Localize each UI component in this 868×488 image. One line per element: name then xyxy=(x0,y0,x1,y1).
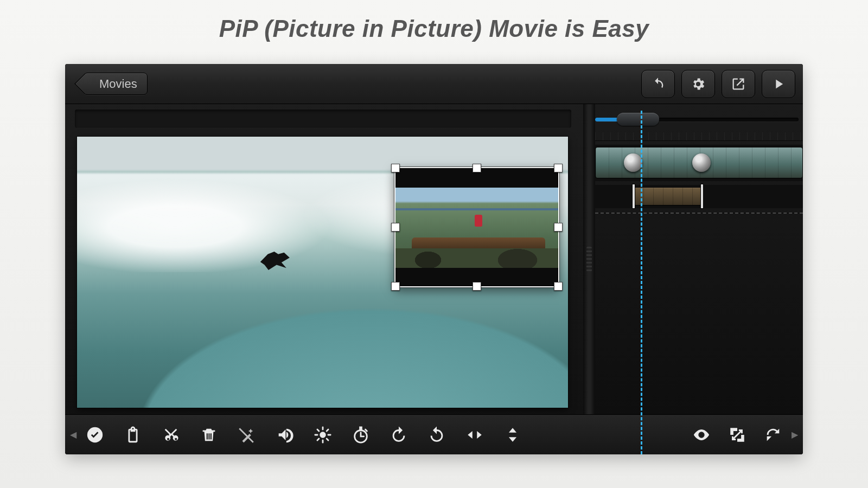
trash-icon xyxy=(200,426,218,444)
settings-button[interactable] xyxy=(681,70,715,98)
pane-divider[interactable] xyxy=(583,104,595,414)
toolbar-pager-right[interactable]: ▶ xyxy=(791,420,799,450)
back-button-label: Movies xyxy=(99,77,137,91)
pip-overlay[interactable] xyxy=(394,167,559,287)
pip-handle-top-middle[interactable] xyxy=(473,164,481,172)
pip-rocks xyxy=(395,248,558,268)
flip-vertical-icon xyxy=(503,426,522,444)
flip-vertical-button[interactable] xyxy=(495,420,531,450)
fit-button[interactable] xyxy=(719,420,755,450)
cut-button[interactable] xyxy=(153,420,189,450)
clip-trim-right[interactable] xyxy=(701,184,703,208)
pip-handle-middle-right[interactable] xyxy=(554,223,563,232)
zoom-thumb[interactable] xyxy=(617,113,659,126)
speed-button[interactable] xyxy=(343,420,379,450)
play-button[interactable] xyxy=(762,70,795,98)
expand-icon xyxy=(728,426,746,444)
rotate-right-button[interactable] xyxy=(381,420,417,450)
bottom-toolbar: ◀ xyxy=(65,414,803,454)
refresh-button[interactable] xyxy=(755,420,791,450)
eye-icon xyxy=(692,426,711,444)
pip-handle-top-right[interactable] xyxy=(554,164,563,172)
pip-handle-bottom-right[interactable] xyxy=(554,282,563,291)
track-empty-divider xyxy=(595,213,803,214)
preview-header-inset xyxy=(75,110,571,128)
pip-horizon xyxy=(395,208,558,210)
accept-button[interactable] xyxy=(77,420,113,450)
page-title: PiP (Picture in Picture) Movie is Easy xyxy=(0,15,868,42)
sun-icon xyxy=(314,426,332,444)
track-video-main[interactable] xyxy=(595,144,803,181)
flip-horizontal-button[interactable] xyxy=(457,420,493,450)
stopwatch-icon xyxy=(352,426,370,444)
video-preview[interactable] xyxy=(77,137,568,408)
refresh-icon xyxy=(764,426,782,444)
time-ruler[interactable] xyxy=(595,132,803,141)
pip-handle-bottom-middle[interactable] xyxy=(473,282,481,291)
clipboard-icon xyxy=(124,426,142,444)
rotate-left-icon xyxy=(427,426,446,444)
video-editor-window: Movies xyxy=(65,64,803,454)
pip-person xyxy=(475,215,482,227)
clip-pip[interactable] xyxy=(633,187,703,206)
clip-main[interactable] xyxy=(595,147,803,178)
toolbar-pager-left[interactable]: ◀ xyxy=(69,420,77,450)
editor-main xyxy=(65,104,803,414)
delete-button[interactable] xyxy=(191,420,227,450)
track-pip-overlay[interactable] xyxy=(595,184,803,208)
svg-point-3 xyxy=(700,433,703,436)
timeline-pane xyxy=(595,104,803,414)
gear-icon xyxy=(691,76,706,92)
playhead[interactable] xyxy=(641,111,642,454)
share-button[interactable] xyxy=(722,70,755,98)
back-button[interactable]: Movies xyxy=(84,73,148,95)
preview-pane xyxy=(65,104,583,414)
brightness-button[interactable] xyxy=(305,420,341,450)
flip-horizontal-icon xyxy=(465,426,484,444)
pip-handle-top-left[interactable] xyxy=(391,164,400,172)
undo-icon xyxy=(650,76,666,92)
svg-point-1 xyxy=(320,432,326,438)
undo-button[interactable] xyxy=(641,70,675,98)
visibility-button[interactable] xyxy=(684,420,719,450)
share-icon xyxy=(731,76,746,92)
volume-icon xyxy=(276,426,294,444)
copy-button[interactable] xyxy=(115,420,151,450)
topbar: Movies xyxy=(65,64,803,104)
rotate-left-button[interactable] xyxy=(419,420,455,450)
clip-trim-left[interactable] xyxy=(633,184,635,208)
clip-transition-knob[interactable] xyxy=(692,153,711,172)
clip-transition-knob[interactable] xyxy=(624,153,642,172)
check-circle-icon xyxy=(86,426,104,444)
no-effect-button[interactable] xyxy=(229,420,265,450)
wand-off-icon xyxy=(238,426,256,444)
play-icon xyxy=(771,76,786,92)
pip-handle-middle-left[interactable] xyxy=(391,223,400,232)
audio-button[interactable] xyxy=(267,420,303,450)
scissors-icon xyxy=(162,426,180,444)
pip-handle-bottom-left[interactable] xyxy=(391,282,400,291)
zoom-slider[interactable] xyxy=(595,113,803,126)
rotate-right-icon xyxy=(390,426,408,444)
